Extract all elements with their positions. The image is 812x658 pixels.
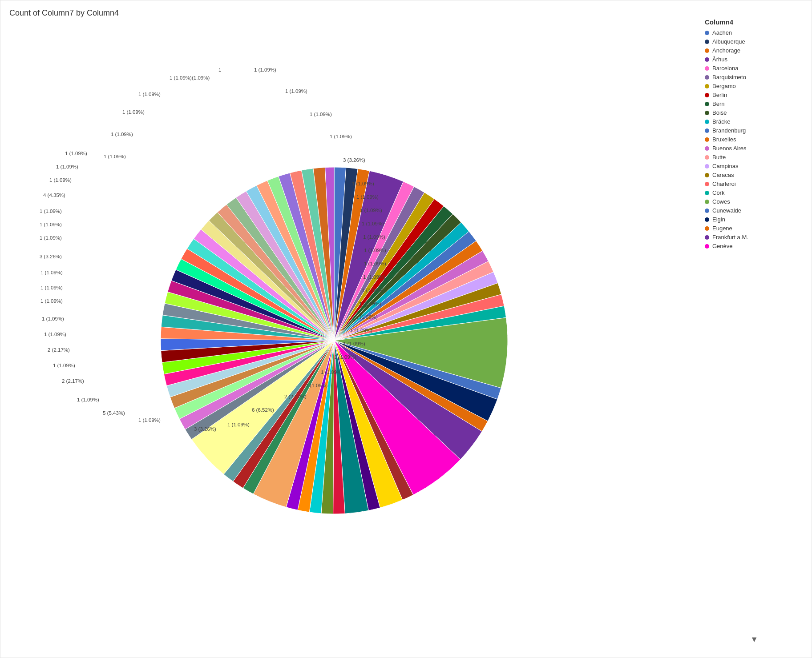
legend-color-dot <box>705 200 709 204</box>
legend-item: Butte <box>705 154 807 160</box>
legend-item-label: Cowes <box>712 198 730 205</box>
legend-color-dot <box>705 209 709 213</box>
legend-color-dot <box>705 40 709 44</box>
legend-color-dot <box>705 244 709 249</box>
legend-item: Charleroi <box>705 181 807 187</box>
pie-chart <box>156 163 512 518</box>
legend-item: Frankfurt a.M. <box>705 234 807 241</box>
legend-color-dot <box>705 48 709 53</box>
legend-color-dot <box>705 235 709 240</box>
legend-items: Aachen Albuquerque Anchorage Ārhus Barce… <box>705 29 807 249</box>
legend-color-dot <box>705 155 709 160</box>
legend-item-label: Ārhus <box>712 56 727 63</box>
legend-color-dot <box>705 102 709 106</box>
legend-item-label: Barcelona <box>712 65 739 72</box>
legend-item: Eugene <box>705 225 807 232</box>
legend-item: Cunewalde <box>705 207 807 214</box>
scroll-down-icon[interactable]: ▼ <box>750 635 758 644</box>
legend-color-dot <box>705 191 709 195</box>
legend-item: Cowes <box>705 198 807 205</box>
legend-item: Anchorage <box>705 47 807 54</box>
legend-color-dot <box>705 120 709 124</box>
legend-color-dot <box>705 226 709 231</box>
legend-color-dot <box>705 217 709 222</box>
legend-color-dot <box>705 75 709 80</box>
legend-item-label: Albuquerque <box>712 38 745 45</box>
legend-item: Barquisimeto <box>705 74 807 80</box>
legend-item-label: Boise <box>712 109 727 116</box>
legend-color-dot <box>705 164 709 169</box>
legend-color-dot <box>705 93 709 97</box>
legend-item: Bräcke <box>705 118 807 125</box>
legend-item: Cork <box>705 189 807 196</box>
legend-item: Genève <box>705 243 807 249</box>
legend-item: Bruxelles <box>705 136 807 143</box>
legend-item-label: Campinas <box>712 163 739 169</box>
legend-item: Bern <box>705 100 807 107</box>
legend-item-label: Caracas <box>712 172 734 178</box>
legend-item-label: Bruxelles <box>712 136 736 143</box>
legend: Column4 Aachen Albuquerque Anchorage Ārh… <box>705 18 807 252</box>
legend-item-label: Butte <box>712 154 726 160</box>
legend-item-label: Anchorage <box>712 47 740 54</box>
legend-item: Barcelona <box>705 65 807 72</box>
legend-item: Brandenburg <box>705 127 807 134</box>
legend-item-label: Bergamo <box>712 83 736 89</box>
chart-title: Count of Column7 by Column4 <box>9 8 119 18</box>
legend-color-dot <box>705 31 709 35</box>
legend-item-label: Bern <box>712 100 724 107</box>
legend-item: Campinas <box>705 163 807 169</box>
legend-color-dot <box>705 57 709 62</box>
legend-item-label: Eugene <box>712 225 732 232</box>
legend-color-dot <box>705 111 709 115</box>
chart-area <box>0 23 668 658</box>
legend-item: Albuquerque <box>705 38 807 45</box>
legend-item-label: Cork <box>712 189 724 196</box>
legend-title: Column4 <box>705 18 807 26</box>
legend-item-label: Genève <box>712 243 733 249</box>
legend-color-dot <box>705 182 709 186</box>
legend-color-dot <box>705 66 709 71</box>
legend-item-label: Brandenburg <box>712 127 746 134</box>
legend-color-dot <box>705 137 709 142</box>
legend-item: Buenos Aires <box>705 145 807 152</box>
legend-item-label: Buenos Aires <box>712 145 747 152</box>
legend-item-label: Cunewalde <box>712 207 741 214</box>
legend-color-dot <box>705 84 709 88</box>
legend-color-dot <box>705 173 709 177</box>
legend-color-dot <box>705 128 709 133</box>
legend-item-label: Frankfurt a.M. <box>712 234 748 241</box>
legend-item-label: Bräcke <box>712 118 730 125</box>
legend-item-label: Barquisimeto <box>712 74 746 80</box>
legend-item: Boise <box>705 109 807 116</box>
legend-item-label: Charleroi <box>712 181 736 187</box>
legend-item: Bergamo <box>705 83 807 89</box>
legend-item: Elgin <box>705 216 807 223</box>
legend-item-label: Berlin <box>712 92 727 98</box>
legend-item-label: Aachen <box>712 29 732 36</box>
legend-item: Caracas <box>705 172 807 178</box>
legend-item: Berlin <box>705 92 807 98</box>
legend-color-dot <box>705 146 709 151</box>
legend-item: Aachen <box>705 29 807 36</box>
legend-item-label: Elgin <box>712 216 725 223</box>
legend-item: Ārhus <box>705 56 807 63</box>
